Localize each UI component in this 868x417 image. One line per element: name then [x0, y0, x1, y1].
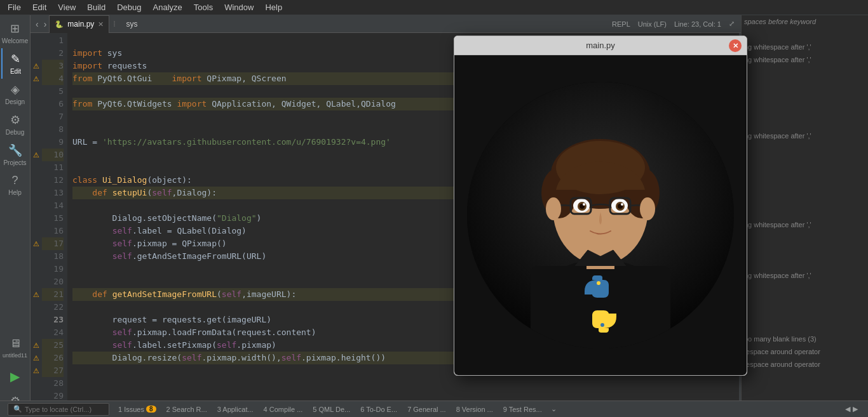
- menu-debug[interactable]: Debug: [112, 1, 146, 13]
- device-icon: 🖥: [10, 337, 21, 350]
- tab-close-main-py[interactable]: ✕: [98, 20, 104, 29]
- tab-next-button[interactable]: ›: [41, 15, 50, 33]
- statusbar-general[interactable]: 7 General ...: [403, 401, 450, 418]
- issues-badge: 8: [146, 406, 156, 413]
- edit-icon: ✎: [11, 52, 20, 66]
- sidebar-item-edit[interactable]: ✎ Edit: [1, 48, 29, 79]
- todo-label: 6 To-Do E...: [360, 406, 397, 413]
- avatar-circle: [467, 82, 734, 348]
- dialog-titlebar: main.py ✕: [454, 36, 747, 55]
- svg-point-17: [621, 203, 623, 206]
- tab-sys[interactable]: sys: [119, 20, 144, 29]
- sidebar-label-design: Design: [5, 98, 25, 105]
- sidebar-label-welcome: Welcome: [2, 37, 29, 44]
- sidebar-device-label: untitled11: [3, 352, 27, 359]
- repl-label[interactable]: REPL: [612, 20, 630, 28]
- dialog-body: [454, 55, 747, 375]
- right-panel: spaces before keyword ng whitespace afte…: [741, 15, 868, 417]
- search-icon-statusbar: 🔍: [13, 405, 22, 413]
- sidebar-item-welcome[interactable]: ⊞ Welcome: [1, 18, 29, 48]
- tab-main-py[interactable]: 🐍 main.py ✕: [49, 15, 109, 33]
- tab-bar: ‹ › 🐍 main.py ✕ ⁞ sys REPL Unix (LF) Lin…: [31, 15, 741, 33]
- statusbar-compile[interactable]: 4 Compile ...: [260, 401, 307, 418]
- statusbar-search-input[interactable]: [25, 406, 101, 413]
- projects-icon: 🔧: [8, 143, 22, 157]
- tab-separator: ⁞: [109, 19, 119, 29]
- tab-label-main-py: main.py: [67, 20, 94, 29]
- sidebar-item-projects[interactable]: 🔧 Projects: [1, 140, 29, 170]
- line-numbers: 1 2 3 4 5 6 7 8 9 10 11 12 13 14 15 16 1…: [42, 33, 67, 404]
- statusbar-qml[interactable]: 5 QML De...: [309, 401, 354, 418]
- statusbar-testres[interactable]: 9 Test Res...: [499, 401, 546, 418]
- statusbar-todo[interactable]: 6 To-Do E...: [356, 401, 401, 418]
- dialog-title: main.py: [586, 41, 615, 50]
- welcome-icon: ⊞: [10, 22, 20, 36]
- sidebar-item-help[interactable]: ? Help: [1, 170, 29, 200]
- sidebar-item-design[interactable]: ◈ Design: [1, 79, 29, 109]
- testres-label: 9 Test Res...: [503, 406, 542, 413]
- sidebar-label-projects: Projects: [3, 159, 26, 166]
- menu-file[interactable]: File: [3, 1, 26, 13]
- menu-tools[interactable]: Tools: [189, 1, 218, 13]
- help-icon: ?: [11, 174, 18, 187]
- warning-gutter: ⚠ ⚠ ⚠ ⚠ ⚠: [31, 33, 42, 404]
- menu-analyze[interactable]: Analyze: [148, 1, 187, 13]
- svg-point-21: [640, 197, 655, 220]
- menu-build[interactable]: Build: [82, 1, 111, 13]
- expand-icon[interactable]: ⤢: [729, 20, 735, 28]
- menu-view[interactable]: View: [53, 1, 81, 13]
- statusbar-more[interactable]: ⌄: [548, 405, 559, 413]
- dialog-close-button[interactable]: ✕: [729, 39, 742, 52]
- sidebar-label-debug: Debug: [6, 129, 24, 136]
- debug-icon: ⚙: [10, 113, 20, 127]
- menu-window[interactable]: Window: [219, 1, 259, 13]
- svg-point-20: [546, 197, 561, 220]
- sidebar-item-debug[interactable]: ⚙ Debug: [1, 109, 29, 140]
- encoding-label[interactable]: Unix (LF): [638, 20, 667, 28]
- floating-dialog: main.py ✕: [454, 36, 747, 376]
- svg-point-23: [600, 323, 604, 327]
- svg-point-16: [583, 203, 585, 206]
- sidebar-run-button[interactable]: ▶: [1, 365, 29, 388]
- general-label: 7 General ...: [407, 406, 446, 413]
- sidebar-label-edit: Edit: [10, 68, 21, 75]
- menubar: File Edit View Build Debug Analyze Tools…: [0, 0, 868, 15]
- issues-label: 1 Issues: [118, 406, 144, 413]
- qml-label: 5 QML De...: [313, 406, 350, 413]
- version-label: 8 Version ...: [456, 406, 493, 413]
- search-results-label: 2 Search R...: [166, 406, 207, 413]
- statusbar-expand-left[interactable]: ◀: [845, 405, 850, 413]
- statusbar-expand-right[interactable]: ▶: [853, 405, 858, 413]
- status-bar: 🔍 1 Issues 8 2 Search R... 3 Applicat...…: [0, 400, 868, 417]
- menu-help[interactable]: Help: [260, 1, 287, 13]
- statusbar-application[interactable]: 3 Applicat...: [214, 401, 257, 418]
- menu-edit[interactable]: Edit: [27, 1, 51, 13]
- sidebar-item-device[interactable]: 🖥 untitled11: [1, 333, 29, 362]
- tab-icon-py: 🐍: [55, 20, 64, 29]
- statusbar-version[interactable]: 8 Version ...: [452, 401, 497, 418]
- svg-point-22: [597, 281, 600, 285]
- statusbar-search[interactable]: 2 Search R...: [163, 401, 211, 418]
- left-sidebar: ⊞ Welcome ✎ Edit ◈ Design ⚙ Debug 🔧 Proj…: [0, 15, 31, 417]
- tab-prev-button[interactable]: ‹: [33, 15, 41, 33]
- compile-label: 4 Compile ...: [264, 406, 303, 413]
- run-icon: ▶: [10, 369, 20, 384]
- statusbar-issues[interactable]: 1 Issues 8: [114, 401, 160, 418]
- position-label: Line: 23, Col: 1: [674, 20, 721, 28]
- sidebar-label-help: Help: [8, 189, 22, 196]
- design-icon: ◈: [11, 83, 20, 96]
- application-label: 3 Applicat...: [217, 406, 254, 413]
